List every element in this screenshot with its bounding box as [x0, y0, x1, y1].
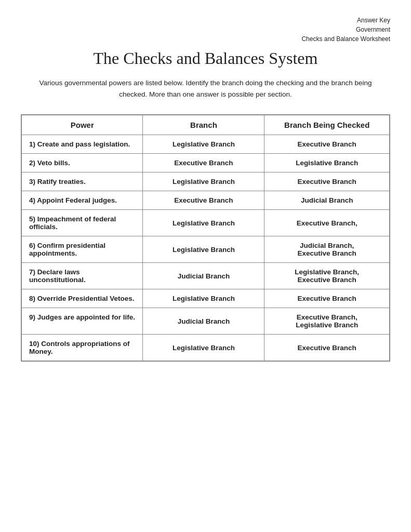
- answer-key-label: Answer Key Government Checks and Balance…: [21, 16, 390, 44]
- table-row: 3) Ratify treaties.Legislative BranchExe…: [21, 172, 390, 191]
- cell-branch-9: Judicial Branch: [143, 308, 264, 335]
- cell-branch-2: Executive Branch: [143, 154, 264, 172]
- cell-checked-7: Legislative Branch,Executive Branch: [264, 263, 390, 289]
- table-row: 2) Veto bills.Executive BranchLegislativ…: [21, 154, 390, 172]
- cell-branch-8: Legislative Branch: [143, 289, 264, 308]
- table-row: 4) Appoint Federal judges.Executive Bran…: [21, 191, 390, 210]
- table-row: 9) Judges are appointed for life.Judicia…: [21, 308, 390, 335]
- answer-key-line2: Government: [356, 26, 390, 33]
- cell-checked-1: Executive Branch: [264, 135, 390, 154]
- answer-key-line3: Checks and Balance Worksheet: [301, 35, 390, 43]
- cell-power-5: 5) Impeachment of federal officials.: [21, 210, 143, 236]
- table-row: 7) Declare laws unconstitutional.Judicia…: [21, 263, 390, 289]
- cell-checked-8: Executive Branch: [264, 289, 390, 308]
- answer-key-line1: Answer Key: [357, 17, 390, 24]
- col-header-branch: Branch: [143, 115, 264, 135]
- cell-power-9: 9) Judges are appointed for life.: [21, 308, 143, 335]
- cell-checked-3: Executive Branch: [264, 172, 390, 191]
- table-row: 6) Confirm presidential appointments.Leg…: [21, 236, 390, 263]
- cell-power-3: 3) Ratify treaties.: [21, 172, 143, 191]
- cell-power-10: 10) Controls appropriations of Money.: [21, 335, 143, 362]
- cell-power-4: 4) Appoint Federal judges.: [21, 191, 143, 210]
- cell-checked-4: Judicial Branch: [264, 191, 390, 210]
- cell-power-1: 1) Create and pass legislation.: [21, 135, 143, 154]
- cell-checked-6: Judicial Branch,Executive Branch: [264, 236, 390, 263]
- cell-branch-3: Legislative Branch: [143, 172, 264, 191]
- cell-checked-2: Legislative Branch: [264, 154, 390, 172]
- cell-power-6: 6) Confirm presidential appointments.: [21, 236, 143, 263]
- cell-power-7: 7) Declare laws unconstitutional.: [21, 263, 143, 289]
- cell-branch-7: Judicial Branch: [143, 263, 264, 289]
- col-header-checked: Branch Being Checked: [264, 115, 390, 135]
- checks-balances-table: Power Branch Branch Being Checked 1) Cre…: [21, 114, 390, 362]
- cell-branch-4: Executive Branch: [143, 191, 264, 210]
- table-row: 8) Override Presidential Vetoes.Legislat…: [21, 289, 390, 308]
- page-title: The Checks and Balances System: [21, 49, 390, 68]
- cell-checked-9: Executive Branch,Legislative Branch: [264, 308, 390, 335]
- cell-power-8: 8) Override Presidential Vetoes.: [21, 289, 143, 308]
- subtitle: Various governmental powers are listed b…: [29, 77, 382, 100]
- table-row: 10) Controls appropriations of Money.Leg…: [21, 335, 390, 362]
- cell-branch-6: Legislative Branch: [143, 236, 264, 263]
- cell-branch-5: Legislative Branch: [143, 210, 264, 236]
- cell-checked-5: Executive Branch,: [264, 210, 390, 236]
- table-row: 1) Create and pass legislation.Legislati…: [21, 135, 390, 154]
- cell-branch-10: Legislative Branch: [143, 335, 264, 362]
- cell-checked-10: Executive Branch: [264, 335, 390, 362]
- table-row: 5) Impeachment of federal officials.Legi…: [21, 210, 390, 236]
- col-header-power: Power: [21, 115, 143, 135]
- cell-power-2: 2) Veto bills.: [21, 154, 143, 172]
- cell-branch-1: Legislative Branch: [143, 135, 264, 154]
